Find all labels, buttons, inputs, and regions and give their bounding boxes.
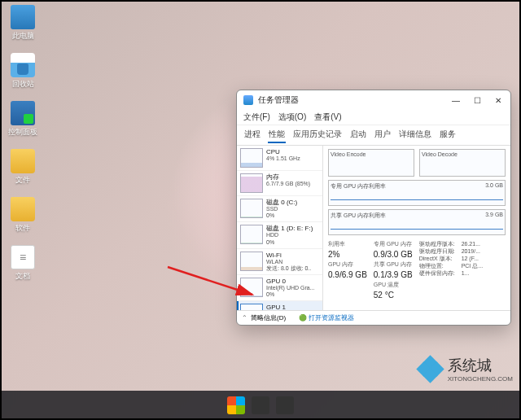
gpu-minichart	[240, 278, 263, 297]
tab-users[interactable]: 用户	[374, 127, 392, 143]
info-key: 驱动程序日期:	[419, 247, 462, 255]
stat-label: GPU 内存	[328, 260, 367, 269]
stat-value: 0.9/6.9 GB	[328, 270, 367, 279]
desktop-icon-folder-2[interactable]: 软件	[5, 197, 41, 234]
tab-app-history[interactable]: 应用历史记录	[292, 127, 343, 143]
tab-bar: 进程 性能 应用历史记录 启动 用户 详细信息 服务	[237, 125, 510, 146]
stat-value: 52 °C	[374, 291, 413, 300]
perf-name: 内存	[266, 173, 310, 181]
task-manager-window[interactable]: 任务管理器 — ☐ ✕ 文件(F) 选项(O) 查看(V) 进程 性能 应用历史…	[236, 90, 511, 326]
perf-name: 磁盘 0 (C:)	[266, 199, 297, 206]
chart-max: 3.9 GB	[485, 212, 503, 233]
menu-view[interactable]: 查看(V)	[314, 112, 341, 123]
icon-label: 文档	[15, 271, 30, 282]
icon-label: 回收站	[12, 79, 34, 90]
tab-startup[interactable]: 启动	[349, 127, 367, 143]
desktop-icon-this-pc[interactable]: 此电脑	[5, 5, 41, 42]
watermark-url: XITONGCHENG.COM	[448, 375, 513, 383]
sidebar-item-cpu[interactable]: CPU4% 1.51 GHz	[237, 146, 322, 171]
watermark-logo-icon	[418, 357, 443, 382]
control-panel-icon	[11, 101, 35, 125]
desktop-icons-area: 此电脑 回收站 控制面板 文件 软件 文档	[5, 5, 41, 282]
sidebar-item-wifi[interactable]: Wi-FiWLAN发送: 8.0 接收: 0..	[237, 249, 322, 275]
info-key: DirectX 版本:	[419, 255, 462, 262]
video-encode-chart: Video Encode	[328, 149, 414, 177]
perf-detail: 发送: 8.0 接收: 0..	[266, 265, 311, 272]
perf-sub: SSD	[266, 206, 297, 212]
icon-label: 文件	[15, 175, 30, 186]
video-decode-chart: Video Decode	[419, 149, 506, 177]
app-icon	[243, 95, 253, 105]
desktop-icon-folder-1[interactable]: 文件	[5, 149, 41, 186]
taskbar-app-icon[interactable]	[276, 396, 294, 414]
stat-label: 利用率	[328, 240, 367, 248]
resmon-label: 打开资源监视器	[309, 314, 354, 322]
perf-detail: 6.7/7.9 GB (85%)	[266, 181, 310, 187]
sidebar-item-memory[interactable]: 内存6.7/7.9 GB (85%)	[237, 171, 322, 196]
titlebar[interactable]: 任务管理器 — ☐ ✕	[237, 90, 510, 110]
perf-sub: WLAN	[266, 259, 311, 265]
icon-label: 此电脑	[12, 31, 34, 42]
shared-gpu-mem-chart: 共享 GPU 内存利用率 3.9 GB	[328, 209, 506, 235]
watermark: 系统城 XITONGCHENG.COM	[418, 356, 513, 383]
sidebar-item-disk1[interactable]: 磁盘 1 (D: E: F:)HDD0%	[237, 222, 322, 248]
menu-options[interactable]: 选项(O)	[278, 112, 306, 123]
desktop-icon-recycle-bin[interactable]: 回收站	[5, 53, 41, 90]
tab-processes[interactable]: 进程	[243, 127, 261, 143]
folder-icon	[11, 197, 35, 221]
less-details-button[interactable]: 简略信息(D)	[251, 313, 286, 322]
watermark-text: 系统城	[448, 357, 492, 374]
maximize-button[interactable]: ☐	[471, 94, 483, 106]
info-val: 1...	[462, 270, 470, 276]
sidebar-item-disk0[interactable]: 磁盘 0 (C:)SSD0%	[237, 196, 322, 222]
icon-label: 控制面板	[8, 127, 37, 138]
tab-performance[interactable]: 性能	[268, 127, 286, 143]
folder-icon	[11, 149, 35, 173]
dedicated-gpu-mem-chart: 专用 GPU 内存利用率 3.0 GB	[328, 180, 506, 206]
menu-file[interactable]: 文件(F)	[243, 112, 270, 123]
stat-value: 0.9/3.0 GB	[374, 250, 413, 259]
info-val: 2019/...	[462, 248, 480, 254]
perf-name: GPU 1	[266, 304, 313, 310]
chart-title: Video Encode	[331, 151, 366, 157]
wifi-minichart	[240, 252, 263, 271]
chevron-up-icon[interactable]: ⌃	[242, 314, 247, 322]
desktop-icon-control-panel[interactable]: 控制面板	[5, 101, 41, 138]
info-key: 驱动程序版本:	[419, 240, 462, 247]
chart-max: 3.0 GB	[485, 182, 503, 203]
perf-name: GPU 0	[266, 278, 315, 285]
start-button[interactable]	[227, 396, 245, 414]
text-file-icon	[11, 245, 35, 269]
info-key: 物理位置:	[419, 262, 462, 269]
perf-detail: 4% 1.51 GHz	[266, 155, 300, 162]
menubar: 文件(F) 选项(O) 查看(V)	[237, 110, 510, 125]
gpu-minichart	[240, 304, 263, 310]
perf-name: Wi-Fi	[266, 252, 311, 259]
desktop-icon-textfile[interactable]: 文档	[5, 245, 41, 282]
performance-body: CPU4% 1.51 GHz 内存6.7/7.9 GB (85%) 磁盘 0 (…	[237, 146, 510, 310]
chart-title: 专用 GPU 内存利用率	[331, 182, 386, 203]
recycle-bin-icon	[11, 53, 35, 77]
sidebar-item-gpu1[interactable]: GPU 1NVIDIA GeForce...2% (52 °C)	[237, 301, 322, 310]
stat-value: 0.1/3.9 GB	[374, 270, 413, 279]
close-button[interactable]: ✕	[493, 94, 504, 106]
tab-details[interactable]: 详细信息	[398, 127, 432, 143]
gpu-info-list: 驱动程序版本:26.21... 驱动程序日期:2019/... DirectX …	[419, 240, 483, 300]
chart-title: Video Decode	[422, 151, 458, 157]
performance-sidebar: CPU4% 1.51 GHz 内存6.7/7.9 GB (85%) 磁盘 0 (…	[237, 146, 323, 310]
taskbar-search-icon[interactable]	[252, 396, 269, 414]
gpu-stats-grid: 利用率 2% GPU 内存 0.9/6.9 GB 专用 GPU 内存 0.9/3…	[328, 240, 506, 300]
perf-name: CPU	[266, 148, 300, 155]
perf-detail: 0%	[266, 291, 315, 298]
open-resmon-link[interactable]: 🟢 打开资源监视器	[299, 313, 354, 322]
perf-name: 磁盘 1 (D: E: F:)	[266, 225, 313, 232]
stat-value: 2%	[328, 250, 367, 259]
info-val: 12 (F...	[462, 256, 479, 261]
this-pc-icon	[11, 5, 35, 29]
minimize-button[interactable]: —	[450, 94, 462, 106]
tab-services[interactable]: 服务	[439, 127, 457, 143]
taskbar[interactable]	[0, 391, 521, 420]
info-val: PCI 总...	[462, 263, 483, 269]
info-val: 26.21...	[462, 241, 480, 247]
sidebar-item-gpu0[interactable]: GPU 0Intel(R) UHD Gra...0%	[237, 275, 322, 301]
